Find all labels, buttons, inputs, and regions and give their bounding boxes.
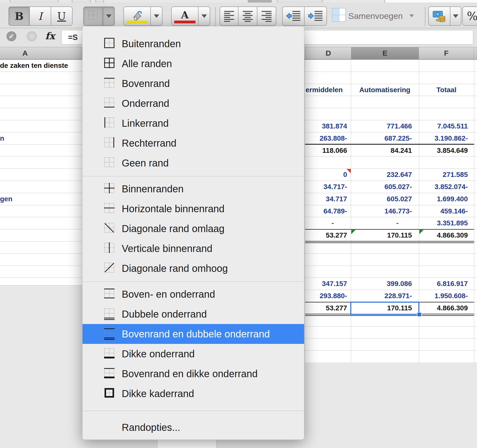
cell[interactable]	[305, 242, 351, 254]
cell[interactable]: 3.351.895	[419, 217, 474, 229]
confirm-formula-button[interactable]: ✓	[6, 31, 16, 41]
cell[interactable]: 3.190.862-	[419, 132, 474, 145]
sheet-area-right[interactable]: ermiddelenAutomatiseringTotaal381.874771…	[305, 60, 477, 363]
cell[interactable]: 1.950.608-	[419, 290, 474, 302]
fill-color-dropdown-button[interactable]	[151, 6, 162, 26]
cell[interactable]	[305, 157, 351, 169]
cell[interactable]: 64.789-	[305, 205, 351, 217]
cell[interactable]: 84.241	[351, 145, 419, 157]
cell[interactable]: 34.717	[305, 193, 351, 205]
cell[interactable]	[305, 254, 351, 266]
sheet-area-left[interactable]: de zaken ten dienstengen	[0, 60, 82, 285]
menu-item-bovenrand-en-dikke-onderrand[interactable]: Bovenrand en dikke onderrand	[82, 364, 304, 384]
cell[interactable]: 6.816.917	[419, 278, 474, 290]
percent-format-button[interactable]: %	[462, 6, 477, 26]
borders-dropdown-button[interactable]	[103, 6, 115, 26]
cell[interactable]: 3.854.649	[419, 145, 474, 157]
column-header-D[interactable]: D	[306, 47, 351, 60]
cell[interactable]: 263.808-	[305, 132, 351, 145]
menu-item-diagonale-rand-omlaag[interactable]: Diagonale rand omlaag	[82, 219, 304, 239]
menu-item-dubbele-onderrand[interactable]: Dubbele onderrand	[82, 304, 304, 324]
merge-cells-icon[interactable]	[332, 8, 346, 22]
cell[interactable]	[419, 72, 474, 84]
menu-item-alle-randen[interactable]: Alle randen	[82, 54, 304, 74]
menu-item-buitenranden[interactable]: Buitenranden	[82, 34, 304, 54]
align-center-button[interactable]	[238, 6, 257, 26]
cell[interactable]	[419, 242, 474, 254]
cell[interactable]	[305, 266, 351, 278]
cell[interactable]: 293.880-	[305, 290, 351, 302]
cell[interactable]	[305, 351, 351, 363]
cell[interactable]	[351, 338, 419, 351]
chevron-down-icon[interactable]	[409, 14, 414, 17]
cell[interactable]	[351, 157, 419, 169]
cell[interactable]	[351, 266, 419, 278]
error-flag-icon[interactable]	[419, 230, 424, 234]
currency-dropdown-button[interactable]	[450, 6, 461, 26]
decrease-indent-button[interactable]	[282, 6, 305, 26]
cell[interactable]	[419, 254, 474, 266]
menu-item-bovenrand-en-dubbele-onderrand[interactable]: Bovenrand en dubbele onderrand	[82, 324, 304, 344]
menu-item-rechterrand[interactable]: Rechterrand	[82, 133, 304, 153]
currency-format-button[interactable]	[428, 6, 450, 26]
cell[interactable]: 7.045.511	[419, 120, 474, 132]
cell[interactable]: 4.866.309	[419, 229, 474, 242]
cell[interactable]: 271.585	[419, 169, 474, 181]
column-header-A[interactable]: A	[0, 47, 82, 60]
sheet-area-bottom-sliver[interactable]	[157, 440, 216, 448]
menu-item-binnenranden[interactable]: Binnenranden	[82, 179, 304, 199]
cell[interactable]	[305, 96, 351, 108]
menu-item-onderrand[interactable]: Onderrand	[82, 93, 304, 113]
cell[interactable]: 118.066	[305, 145, 351, 157]
menu-item-linkerrand[interactable]: Linkerrand	[82, 113, 304, 133]
underline-button[interactable]: U	[51, 6, 73, 26]
cell[interactable]	[305, 326, 351, 339]
cell[interactable]	[351, 96, 419, 108]
insert-function-icon[interactable]: fx	[45, 30, 55, 41]
cell[interactable]: 605.027-	[351, 181, 419, 193]
cell[interactable]	[305, 338, 351, 351]
menu-item-bovenrand[interactable]: Bovenrand	[82, 74, 304, 93]
increase-indent-button[interactable]	[305, 6, 327, 26]
cell[interactable]: 381.874	[305, 120, 351, 132]
fill-color-button[interactable]	[123, 6, 151, 26]
cell[interactable]: 53.277	[305, 229, 351, 242]
cell[interactable]: 170.115	[351, 229, 419, 242]
menu-item-dikke-kaderrand[interactable]: Dikke kaderrand	[82, 384, 304, 404]
cell[interactable]	[351, 242, 419, 254]
bold-button[interactable]: B	[8, 6, 30, 26]
cell[interactable]: 53.277	[305, 302, 351, 314]
cell[interactable]: 4.866.309	[419, 302, 474, 314]
column-header-E[interactable]: E	[351, 47, 419, 60]
cell[interactable]: 3.852.074-	[419, 181, 474, 193]
menu-item-dikke-onderrand[interactable]: Dikke onderrand	[82, 344, 304, 364]
cell[interactable]	[419, 326, 474, 339]
cell[interactable]: 399.086	[351, 278, 419, 290]
cell[interactable]: 459.146-	[419, 205, 474, 217]
menu-item-verticale-binnenrand[interactable]: Verticale binnenrand	[82, 239, 304, 258]
column-header-F[interactable]: F	[419, 47, 474, 60]
menu-item-randopties[interactable]: Randopties...	[82, 417, 304, 437]
cell[interactable]: 1.699.400	[419, 193, 474, 205]
align-left-button[interactable]	[220, 6, 238, 26]
cell[interactable]	[419, 351, 474, 363]
cell[interactable]	[419, 266, 474, 278]
font-color-dropdown-button[interactable]	[199, 6, 210, 26]
cell[interactable]	[419, 338, 474, 351]
cell[interactable]	[305, 60, 351, 72]
cell[interactable]: 347.157	[305, 278, 351, 290]
cell[interactable]: 605.027	[351, 193, 419, 205]
cell[interactable]	[419, 314, 474, 326]
cell[interactable]	[351, 326, 419, 339]
cell[interactable]	[351, 108, 419, 120]
cell[interactable]: ermiddelen	[305, 84, 351, 96]
cell[interactable]	[305, 314, 351, 326]
cell[interactable]: 771.466	[351, 120, 419, 132]
cell[interactable]: -	[351, 217, 419, 229]
menu-item-horizontale-binnenrand[interactable]: Horizontale binnenrand	[82, 199, 304, 219]
cell[interactable]	[419, 96, 474, 108]
cell[interactable]: 146.773-	[351, 205, 419, 217]
cell[interactable]: 687.225-	[351, 132, 419, 145]
align-right-button[interactable]	[257, 6, 276, 26]
comment-flag-icon[interactable]	[347, 169, 351, 173]
